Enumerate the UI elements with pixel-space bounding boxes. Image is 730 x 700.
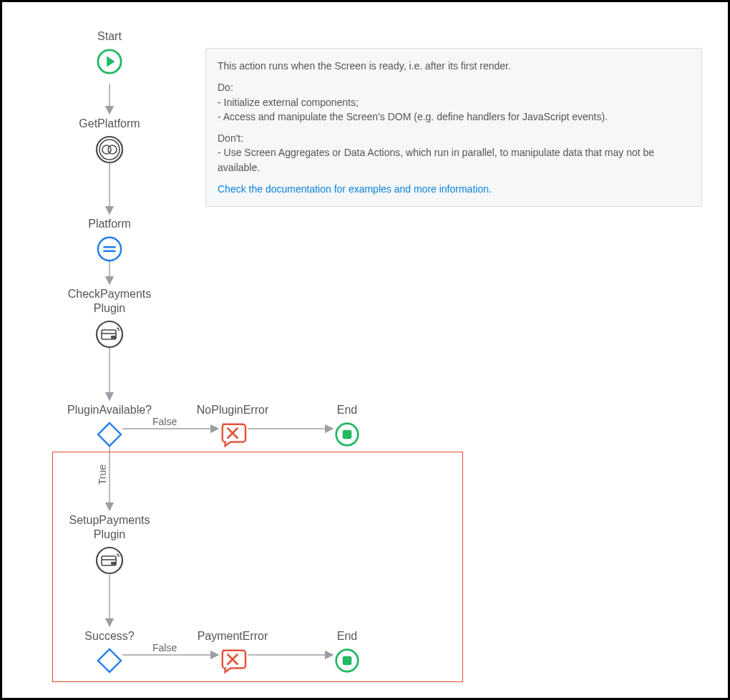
node-end-top[interactable]: End <box>326 403 369 447</box>
help-panel: This action runs when the Screen is read… <box>205 48 702 207</box>
help-intro: This action runs when the Screen is read… <box>218 59 690 73</box>
node-success[interactable]: Success? <box>79 629 140 674</box>
node-no-plugin-error[interactable]: NoPluginError <box>190 403 276 447</box>
help-dont-header: Don't: <box>218 132 243 144</box>
decision-diamond-icon <box>97 422 122 447</box>
node-label: Start <box>81 29 138 44</box>
node-platform[interactable]: Platform <box>74 217 145 263</box>
diagram-frame: Start GetPlatform Platform <box>0 0 730 700</box>
stop-circle-icon <box>334 648 360 674</box>
edge-label-false-2: False <box>152 642 177 653</box>
assign-circle-icon <box>96 235 123 263</box>
edge-label-true: True <box>97 465 108 485</box>
flow-canvas[interactable]: Start GetPlatform Platform <box>2 2 728 698</box>
svg-point-11 <box>97 137 122 162</box>
node-label: PaymentError <box>191 629 274 643</box>
node-label: GetPlatform <box>67 117 152 131</box>
node-label: End <box>326 403 369 417</box>
help-do-item: - Initialize external components; <box>218 97 359 108</box>
svg-rect-35 <box>343 656 352 666</box>
error-message-icon <box>218 648 247 674</box>
help-do-header: Do: <box>218 82 233 93</box>
svg-point-22 <box>113 336 116 339</box>
node-check-payments-plugin[interactable]: CheckPayments Plugin <box>59 287 160 349</box>
help-dont-item: - Use Screen Aggregates or Data Actions,… <box>218 147 654 172</box>
node-label: PluginAvailable? <box>61 403 158 417</box>
card-circle-icon <box>95 320 124 349</box>
node-payment-error[interactable]: PaymentError <box>191 629 274 674</box>
node-end-bottom[interactable]: End <box>326 629 369 674</box>
help-do-item: - Access and manipulate the Screen's DOM… <box>218 111 608 122</box>
svg-point-31 <box>113 562 116 565</box>
stop-circle-icon <box>334 422 360 447</box>
node-label: Platform <box>74 217 145 231</box>
error-message-icon <box>218 422 247 447</box>
play-circle-icon <box>96 48 123 75</box>
node-label: SetupPayments Plugin <box>59 513 160 542</box>
node-setup-payments-plugin[interactable]: SetupPayments Plugin <box>59 513 160 575</box>
svg-point-27 <box>97 548 122 573</box>
svg-point-15 <box>98 238 121 261</box>
svg-point-18 <box>97 321 122 347</box>
help-doc-link[interactable]: Check the documentation for examples and… <box>218 183 492 195</box>
node-label: NoPluginError <box>190 403 276 417</box>
node-label: Success? <box>79 629 140 643</box>
overlap-circles-icon <box>95 135 124 164</box>
svg-rect-26 <box>343 430 352 439</box>
node-start[interactable]: Start <box>81 29 138 75</box>
edge-label-false-1: False <box>152 416 177 427</box>
node-label: End <box>326 629 369 643</box>
node-plugin-available[interactable]: PluginAvailable? <box>61 403 158 447</box>
card-circle-icon <box>95 546 124 575</box>
node-label: CheckPayments Plugin <box>59 287 160 316</box>
node-get-platform[interactable]: GetPlatform <box>67 117 152 164</box>
decision-diamond-icon <box>97 648 122 674</box>
